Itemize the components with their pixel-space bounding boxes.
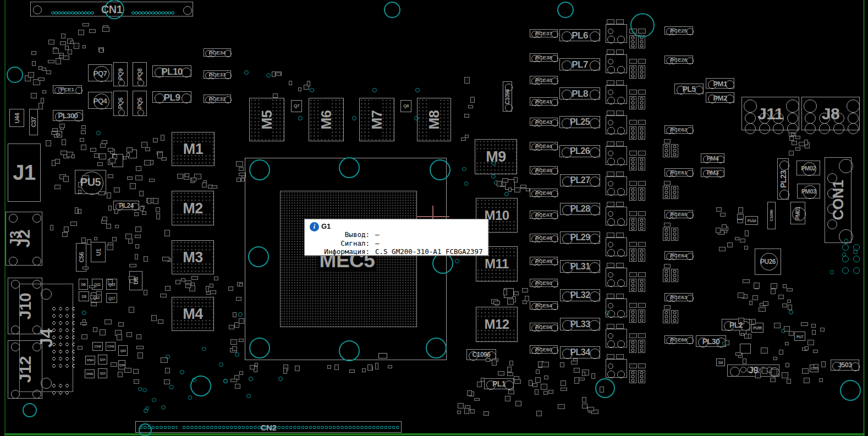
resistor-pack-pce48[interactable]: PCE48 (530, 234, 558, 242)
resistor-pack-pce50[interactable]: PCE50 (530, 279, 558, 287)
vrm-power-stage[interactable] (606, 329, 627, 347)
inductor-pl6[interactable]: PL6 (559, 29, 600, 41)
inductor-pm4[interactable]: PM4 (701, 153, 724, 163)
component-d504[interactable]: D504 (85, 356, 95, 365)
component-pq7[interactable]: PQ7 (88, 64, 112, 81)
inductor-pl34[interactable]: PL34 (560, 346, 600, 358)
memory-chip-m7[interactable]: M7 (359, 98, 394, 141)
memory-chip-m9[interactable]: M9 (475, 139, 517, 174)
component-d503[interactable]: D503 (85, 369, 95, 378)
memory-chip-m6[interactable]: M6 (309, 98, 344, 141)
vrm-power-stage[interactable] (606, 238, 627, 256)
resistor-pack-pce63[interactable]: PCE63 (664, 293, 693, 301)
component-d5[interactable]: D5 (79, 291, 89, 301)
component-pu26[interactable]: PU26 (755, 249, 781, 275)
memory-chip-m8[interactable]: M8 (417, 98, 451, 141)
component-u1[interactable]: U1 (91, 242, 106, 262)
resistor-pack-pce66[interactable]: PCE66 (664, 335, 693, 344)
component-pq4[interactable]: PQ4 (88, 92, 112, 109)
inductor-pl33[interactable]: PL33 (560, 318, 600, 330)
component-pm03[interactable]: PM03 (797, 184, 820, 198)
resistor-pack-pce47[interactable]: PCE47 (530, 211, 558, 219)
vrm-power-stage[interactable] (606, 85, 627, 104)
inductor-pm2[interactable]: PM2 (706, 92, 734, 103)
connector-con1[interactable]: CON1 (825, 157, 851, 243)
inductor-pl25[interactable]: PL25 (559, 116, 600, 128)
vrm-power-stage[interactable] (606, 268, 627, 286)
component-q17[interactable]: Q17 (106, 293, 117, 303)
inductor-pl2[interactable]: PL2 (722, 319, 750, 330)
vrm-power-stage[interactable] (606, 54, 627, 73)
inductor-pm1[interactable]: PM1 (706, 78, 734, 89)
inductor-pl10[interactable]: PL10 (152, 65, 191, 77)
resistor-pack-pce32[interactable]: PCE32 (204, 95, 231, 103)
memory-chip-m1[interactable]: M1 (172, 132, 215, 166)
resistor-pack-pce64[interactable]: PCE64 (664, 251, 693, 260)
connector-j503[interactable]: J503 (831, 360, 859, 371)
connector-cn1[interactable]: CN1 (30, 2, 193, 16)
memory-chip-m2[interactable]: M2 (172, 191, 214, 225)
resistor-pack-pce46[interactable]: PCE46 (530, 189, 558, 197)
vrm-power-stage[interactable] (606, 115, 627, 134)
resistor-pack-pce54[interactable]: PCE54 (530, 301, 558, 310)
resistor-pack-pce62[interactable]: PCE62 (664, 125, 693, 134)
component-c542[interactable]: C542 (92, 342, 103, 351)
inductor-pl27[interactable]: PL27 (560, 174, 600, 186)
resistor-pack-pce26[interactable]: PCE26 (664, 56, 693, 64)
memory-chip-m4[interactable]: M4 (172, 297, 214, 331)
component-d6[interactable]: D6 (79, 279, 88, 290)
inductor-pl26[interactable]: PL26 (559, 145, 600, 157)
resistor-pack-pce40[interactable]: PCE40 (530, 76, 558, 84)
resistor-pack-pce60[interactable]: PCE60 (530, 345, 558, 354)
resistor-pack-pce49[interactable]: PCE49 (530, 257, 558, 265)
inductor-pl300[interactable]: PL300 (53, 110, 83, 121)
connector-cn2[interactable]: CN2 (135, 421, 402, 433)
vrm-power-stage[interactable] (606, 24, 627, 43)
vrm-power-stage[interactable] (606, 146, 627, 165)
memory-chip-m12[interactable]: M12 (476, 307, 518, 342)
inductor-pl7[interactable]: PL7 (559, 58, 600, 70)
boardview-canvas[interactable]: CN1CN2J1J2J3J10J12J4J11J8CON1J9J503M1M2M… (0, 0, 868, 436)
component-pu7[interactable]: PU7 (794, 332, 805, 341)
inductor-pl23[interactable]: PL23 (777, 158, 789, 200)
resistor-pack-pce38[interactable]: PCE38 (530, 53, 558, 62)
vrm-power-stage[interactable] (606, 359, 627, 378)
inductor-c1096[interactable]: C1096 (466, 349, 496, 360)
connector-j11[interactable]: J11 (741, 97, 799, 130)
resistor-pack-pce56[interactable]: PCE56 (530, 323, 558, 331)
component-u44[interactable]: U44 (9, 109, 24, 127)
inductor-pl32[interactable]: PL32 (560, 289, 600, 301)
resistor-pack-pce44[interactable]: PCE44 (530, 142, 558, 150)
vrm-power-stage[interactable] (606, 176, 627, 195)
component-pm01[interactable]: PM01 (790, 202, 805, 224)
component-c37[interactable]: C37 (29, 109, 38, 135)
component-pq9[interactable]: PQ9 (113, 62, 128, 86)
inductor-c1096[interactable]: C1096 (503, 81, 512, 112)
component-c543[interactable]: C543 (106, 342, 116, 351)
resistor-pack-pce37[interactable]: PCE37 (530, 29, 558, 37)
inductor-pl9[interactable]: PL9 (152, 91, 191, 103)
component-pq6[interactable]: PQ6 (113, 91, 128, 116)
component-q13[interactable]: Q13 (98, 368, 107, 378)
memory-chip-m5[interactable]: M5 (249, 98, 284, 141)
resistor-pack-pce45[interactable]: PCE45 (530, 166, 558, 174)
component-pq8[interactable]: PQ8 (133, 62, 147, 86)
component-q7[interactable]: Q7 (291, 100, 302, 112)
component-q23[interactable]: Q23 (118, 345, 128, 356)
component-pu14[interactable]: PU14 (745, 216, 758, 225)
inductor-pl30[interactable]: PL30 (696, 335, 726, 347)
resistor-pack-pce43[interactable]: PCE43 (530, 118, 558, 126)
component-q8[interactable]: Q8 (400, 100, 411, 112)
memory-chip-m3[interactable]: M3 (172, 240, 214, 274)
inductor-pm3[interactable]: PM3 (701, 168, 724, 177)
inductor-pl31[interactable]: PL31 (560, 260, 600, 273)
inductor-pl29[interactable]: PL29 (560, 231, 600, 244)
connector-j1[interactable]: J1 (8, 144, 41, 202)
resistor-pack-pce33[interactable]: PCE33 (204, 70, 231, 79)
resistor-pack-pce61[interactable]: PCE61 (664, 168, 693, 176)
inductor-pl28[interactable]: PL28 (560, 203, 600, 215)
resistor-pack-pce65[interactable]: PCE65 (664, 210, 693, 218)
inductor-pl8[interactable]: PL8 (559, 87, 600, 100)
vrm-power-stage[interactable] (606, 299, 627, 317)
resistor-pack-pce34[interactable]: PCE34 (204, 48, 231, 57)
